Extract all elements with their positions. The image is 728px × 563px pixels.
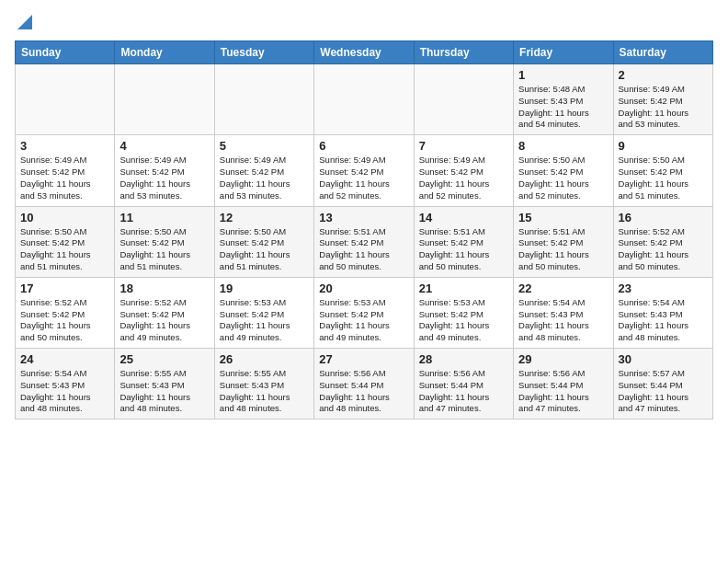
calendar-cell: 8Sunrise: 5:50 AMSunset: 5:42 PMDaylight… [514, 135, 613, 206]
day-info-line: Sunset: 5:42 PM [619, 96, 708, 108]
day-info-line: Daylight: 11 hours [220, 320, 309, 332]
day-number: 12 [220, 211, 309, 224]
day-info-line: and 52 minutes. [319, 190, 408, 202]
day-info-line: Sunrise: 5:50 AM [619, 155, 708, 167]
day-info-line: Sunset: 5:42 PM [419, 309, 508, 321]
day-info-line: Sunset: 5:42 PM [419, 167, 508, 178]
day-info-line: Sunset: 5:42 PM [220, 309, 309, 321]
calendar-table: SundayMondayTuesdayWednesdayThursdayFrid… [15, 40, 713, 419]
calendar-cell: 14Sunrise: 5:51 AMSunset: 5:42 PMDayligh… [414, 206, 513, 277]
calendar-cell: 27Sunrise: 5:56 AMSunset: 5:44 PMDayligh… [314, 349, 414, 419]
logo [15, 15, 32, 33]
page-header [15, 15, 713, 33]
day-info-line: Sunrise: 5:54 AM [20, 368, 109, 380]
day-info-line: Sunset: 5:42 PM [119, 237, 209, 249]
day-number: 9 [619, 139, 708, 153]
day-info-line: Daylight: 11 hours [518, 392, 608, 404]
day-info-line: and 50 minutes. [619, 261, 708, 273]
day-number: 14 [419, 211, 508, 224]
day-info-line: and 53 minutes. [619, 119, 708, 131]
day-info-line: and 47 minutes. [419, 403, 508, 415]
day-info-line: and 50 minutes. [20, 332, 109, 344]
calendar-cell: 23Sunrise: 5:54 AMSunset: 5:43 PMDayligh… [613, 277, 712, 348]
day-info-line: Sunset: 5:43 PM [119, 380, 209, 392]
day-info-line: Sunrise: 5:50 AM [119, 226, 209, 238]
day-number: 13 [319, 211, 408, 224]
column-header-saturday: Saturday [613, 41, 712, 64]
day-info-line: Daylight: 11 hours [619, 249, 708, 261]
day-info-line: and 49 minutes. [419, 332, 508, 344]
day-number: 10 [20, 211, 109, 224]
day-info-line: Sunrise: 5:51 AM [518, 226, 608, 238]
day-info-line: and 52 minutes. [419, 190, 508, 202]
day-info-line: Sunrise: 5:55 AM [220, 368, 309, 380]
day-number: 16 [619, 211, 708, 224]
day-number: 2 [619, 68, 708, 82]
column-header-thursday: Thursday [414, 41, 513, 64]
calendar-cell: 22Sunrise: 5:54 AMSunset: 5:43 PMDayligh… [514, 277, 613, 348]
day-info-line: Sunset: 5:43 PM [518, 96, 608, 108]
day-info-line: Daylight: 11 hours [419, 320, 508, 332]
day-info-line: Sunset: 5:42 PM [319, 167, 408, 178]
calendar-cell: 9Sunrise: 5:50 AMSunset: 5:42 PMDaylight… [613, 135, 712, 206]
day-info-line: Daylight: 11 hours [319, 178, 408, 190]
day-info-line: and 50 minutes. [518, 261, 608, 273]
day-info-line: and 53 minutes. [119, 190, 209, 202]
day-info-line: and 49 minutes. [220, 332, 309, 344]
day-number: 17 [20, 282, 109, 295]
day-info-line: Daylight: 11 hours [20, 392, 109, 404]
calendar-cell: 12Sunrise: 5:50 AMSunset: 5:42 PMDayligh… [214, 206, 313, 277]
day-info-line: Daylight: 11 hours [20, 249, 109, 261]
day-info-line: Sunset: 5:42 PM [20, 167, 109, 178]
calendar-cell: 13Sunrise: 5:51 AMSunset: 5:42 PMDayligh… [314, 206, 414, 277]
day-info-line: Sunrise: 5:49 AM [319, 155, 408, 167]
column-header-wednesday: Wednesday [314, 41, 414, 64]
day-info-line: Daylight: 11 hours [119, 249, 209, 261]
day-info-line: Sunrise: 5:52 AM [20, 297, 109, 309]
calendar-cell: 2Sunrise: 5:49 AMSunset: 5:42 PMDaylight… [613, 64, 712, 135]
calendar-week-row: 3Sunrise: 5:49 AMSunset: 5:42 PMDaylight… [16, 135, 713, 206]
day-info-line: Daylight: 11 hours [119, 392, 209, 404]
column-header-friday: Friday [514, 41, 613, 64]
day-info-line: and 48 minutes. [20, 403, 109, 415]
day-info-line: and 51 minutes. [119, 261, 209, 273]
day-number: 23 [619, 282, 708, 295]
calendar-cell [16, 64, 115, 135]
day-info-line: Daylight: 11 hours [419, 392, 508, 404]
day-info-line: Sunrise: 5:49 AM [419, 155, 508, 167]
day-info-line: Sunrise: 5:49 AM [619, 84, 708, 96]
day-number: 25 [119, 352, 209, 366]
day-info-line: Daylight: 11 hours [20, 320, 109, 332]
day-info-line: Sunrise: 5:54 AM [518, 297, 608, 309]
day-info-line: and 53 minutes. [20, 190, 109, 202]
day-info-line: Daylight: 11 hours [518, 108, 608, 120]
day-number: 15 [518, 211, 608, 224]
day-info-line: and 47 minutes. [518, 403, 608, 415]
day-info-line: and 48 minutes. [619, 332, 708, 344]
day-info-line: and 53 minutes. [220, 190, 309, 202]
day-number: 7 [419, 139, 508, 153]
day-info-line: and 50 minutes. [319, 261, 408, 273]
day-number: 30 [619, 352, 708, 366]
day-info-line: Sunrise: 5:49 AM [20, 155, 109, 167]
day-info-line: Daylight: 11 hours [419, 178, 508, 190]
calendar-cell: 6Sunrise: 5:49 AMSunset: 5:42 PMDaylight… [314, 135, 414, 206]
day-info-line: Sunset: 5:44 PM [619, 380, 708, 392]
day-info-line: Sunrise: 5:56 AM [419, 368, 508, 380]
day-info-line: and 50 minutes. [419, 261, 508, 273]
calendar-cell: 15Sunrise: 5:51 AMSunset: 5:42 PMDayligh… [514, 206, 613, 277]
calendar-cell: 1Sunrise: 5:48 AMSunset: 5:43 PMDaylight… [514, 64, 613, 135]
calendar-cell: 21Sunrise: 5:53 AMSunset: 5:42 PMDayligh… [414, 277, 513, 348]
day-info-line: Daylight: 11 hours [319, 249, 408, 261]
day-info-line: Daylight: 11 hours [220, 249, 309, 261]
day-number: 27 [319, 352, 408, 366]
day-info-line: Sunrise: 5:48 AM [518, 84, 608, 96]
calendar-cell: 4Sunrise: 5:49 AMSunset: 5:42 PMDaylight… [115, 135, 214, 206]
day-info-line: Sunset: 5:43 PM [220, 380, 309, 392]
day-info-line: Sunset: 5:42 PM [619, 237, 708, 249]
day-info-line: Daylight: 11 hours [119, 320, 209, 332]
day-info-line: Daylight: 11 hours [220, 392, 309, 404]
day-info-line: Sunrise: 5:51 AM [319, 226, 408, 238]
day-info-line: Sunset: 5:42 PM [518, 237, 608, 249]
day-info-line: Sunset: 5:42 PM [220, 237, 309, 249]
